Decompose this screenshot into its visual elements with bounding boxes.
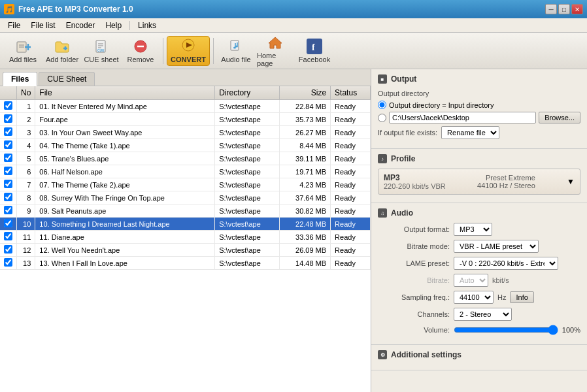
row-checkbox[interactable] (4, 114, 12, 123)
facebook-button[interactable]: f Facebook (295, 36, 333, 66)
table-row[interactable]: 7 07. The Theme (Take 2).ape S:\vctest\a… (0, 178, 371, 191)
volume-slider[interactable] (454, 325, 558, 335)
table-row[interactable]: 11 11. Diane.ape S:\vctest\ape 33.36 MB … (0, 231, 371, 244)
table-row[interactable]: 10 10. Something I Dreamed Last Night.ap… (0, 218, 371, 231)
table-row[interactable]: 8 08. Surrey With The Fringe On Top.ape … (0, 191, 371, 204)
menu-help[interactable]: Help (100, 20, 127, 31)
info-button[interactable]: Info (510, 291, 533, 303)
custom-dir-input[interactable] (389, 112, 536, 123)
row-num: 9 (17, 204, 35, 218)
svg-marker-19 (269, 37, 282, 48)
maximize-button[interactable]: □ (558, 4, 570, 14)
file-table[interactable]: No File Directory Size Status 1 01. It N… (0, 86, 371, 392)
table-row[interactable]: 6 06. Half Nelson.ape S:\vctest\ape 19.7… (0, 165, 371, 178)
row-dir: S:\vctest\ape (215, 139, 280, 152)
bitrate-mode-select[interactable]: VBR - LAME preset CBR VBR (454, 240, 539, 253)
audio-section-icon: ♫ (378, 208, 387, 218)
table-row[interactable]: 1 01. It Never Entered My Mind.ape S:\vc… (0, 100, 371, 113)
close-button[interactable]: ✕ (571, 4, 583, 14)
add-files-label: Add files (9, 56, 37, 63)
channels-select[interactable]: 2 - Stereo 1 - Mono Joint Stereo (454, 308, 512, 321)
row-num: 6 (17, 165, 35, 178)
row-checkbox[interactable] (4, 219, 12, 227)
volume-label: Volume: (378, 326, 450, 334)
table-header-row: No File Directory Size Status (0, 86, 371, 100)
row-size: 30.82 MB (280, 204, 331, 218)
row-size: 26.09 MB (280, 244, 331, 257)
row-status: Ready (331, 244, 371, 257)
window-controls: ─ □ ✕ (545, 4, 583, 14)
remove-button[interactable]: Remove (122, 36, 159, 66)
home-page-button[interactable]: Home page (256, 36, 294, 66)
row-checkbox-cell (0, 191, 17, 204)
row-checkbox-cell (0, 139, 17, 152)
output-section-title: Output (391, 74, 416, 84)
row-num: 12 (17, 244, 35, 257)
menu-encoder[interactable]: Encoder (61, 20, 101, 31)
row-checkbox[interactable] (4, 232, 12, 240)
row-checkbox[interactable] (4, 180, 12, 188)
row-checkbox[interactable] (4, 154, 12, 162)
row-num: 13 (17, 257, 35, 270)
row-dir: S:\vctest\ape (215, 100, 280, 113)
row-size: 22.48 MB (280, 218, 331, 231)
remove-icon (133, 39, 148, 54)
row-file: 08. Surrey With The Fringe On Top.ape (35, 191, 215, 204)
table-row[interactable]: 3 03. In Your Own Sweet Way.ape S:\vctes… (0, 126, 371, 139)
tab-files[interactable]: Files (3, 72, 37, 86)
add-folder-icon (54, 39, 70, 54)
add-folder-button[interactable]: Add folder (43, 36, 81, 66)
output-format-select[interactable]: MP3 OGG FLAC WAV (454, 223, 492, 236)
browse-button[interactable]: Browse... (539, 112, 580, 123)
row-checkbox-cell (0, 113, 17, 126)
convert-button[interactable]: CONVERT (167, 36, 210, 66)
table-row[interactable]: 9 09. Salt Peanuts.ape S:\vctest\ape 30.… (0, 204, 371, 218)
row-checkbox[interactable] (4, 258, 12, 267)
row-checkbox[interactable] (4, 101, 12, 110)
table-row[interactable]: 4 04. The Theme (Take 1).ape S:\vctest\a… (0, 139, 371, 152)
profile-selector[interactable]: MP3 220-260 kbit/s VBR Preset Extreme 44… (378, 169, 580, 195)
app-title: Free APE to MP3 Converter 1.0 (18, 5, 133, 14)
table-row[interactable]: 2 Four.ape S:\vctest\ape 35.73 MB Ready (0, 113, 371, 126)
minimize-button[interactable]: ─ (545, 4, 557, 14)
table-row[interactable]: 5 05. Trane's Blues.ape S:\vctest\ape 39… (0, 152, 371, 165)
menubar: File File list Encoder Help Links (0, 18, 587, 33)
row-checkbox[interactable] (4, 167, 12, 175)
add-files-button[interactable]: Add files (4, 36, 42, 66)
col-status: Status (331, 86, 371, 100)
lame-preset-select[interactable]: -V 0 : 220-260 kbit/s - Extreme -V 2 : 1… (454, 257, 558, 270)
table-row[interactable]: 13 13. When I Fall In Love.ape S:\vctest… (0, 257, 371, 270)
col-file: File (35, 86, 215, 100)
row-dir: S:\vctest\ape (215, 257, 280, 270)
audio-file-button[interactable]: Audio file (217, 36, 255, 66)
sampling-select[interactable]: 44100 48000 22050 (454, 291, 494, 304)
menu-filelist[interactable]: File list (25, 20, 60, 31)
row-checkbox[interactable] (4, 206, 12, 214)
tab-cue-sheet[interactable]: CUE Sheet (39, 72, 95, 86)
menu-links[interactable]: Links (133, 20, 161, 31)
bitrate-select[interactable]: Auto (454, 274, 488, 287)
row-size: 37.64 MB (280, 191, 331, 204)
row-checkbox[interactable] (4, 245, 12, 253)
row-num: 10 (17, 218, 35, 231)
row-checkbox[interactable] (4, 193, 12, 201)
radio-custom-dir[interactable] (378, 114, 386, 122)
table-row[interactable]: 12 12. Well You Needn't.ape S:\vctest\ap… (0, 244, 371, 257)
cue-sheet-icon: CUE (93, 39, 109, 54)
radio-input-dir[interactable] (378, 101, 386, 109)
row-dir: S:\vctest\ape (215, 113, 280, 126)
facebook-label: Facebook (299, 56, 330, 63)
menu-file[interactable]: File (3, 20, 25, 31)
row-checkbox[interactable] (4, 127, 12, 136)
row-checkbox-cell (0, 218, 17, 231)
output-section: ■ Output Output directory Output directo… (371, 69, 587, 149)
row-file: 01. It Never Entered My Mind.ape (35, 100, 215, 113)
col-size: Size (280, 86, 331, 100)
row-checkbox[interactable] (4, 140, 12, 149)
profile-section-icon: ♪ (378, 154, 387, 163)
toolbar-separator2 (213, 38, 214, 64)
cue-sheet-button[interactable]: CUE CUE sheet (82, 36, 120, 66)
radio-input-dir-label: Output directory = Input directory (389, 101, 494, 109)
row-status: Ready (331, 126, 371, 139)
if-exists-select[interactable]: Rename file Overwrite Skip (441, 126, 499, 139)
